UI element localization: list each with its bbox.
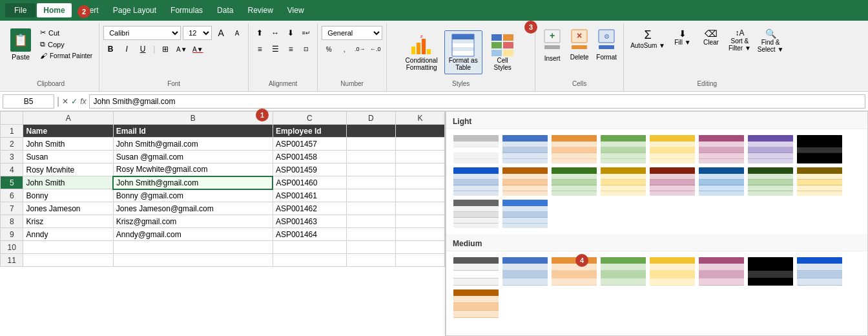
cell-d5[interactable] [346,176,395,189]
cell-c11[interactable] [273,254,346,267]
paste-button[interactable]: 📋 Paste [6,26,35,79]
cell-b11[interactable] [113,254,273,267]
border-button[interactable]: ⊞ [158,42,172,56]
table-row[interactable]: 11 [1,254,445,267]
cut-button[interactable]: ✂ Cut [37,27,95,38]
cell-k4[interactable] [395,163,444,176]
delete-button[interactable]: × Delete [566,26,592,63]
fat-thumb-fat-medium-grid-5[interactable] [698,257,745,286]
table-row[interactable]: 6BonnyBonny @gmail.comASP001461 [1,189,445,202]
cancel-formula-icon[interactable]: ✕ [62,97,68,106]
cell-a8[interactable]: Krisz [23,215,113,228]
cell-k10[interactable] [395,241,444,254]
table-row[interactable]: 9AnndyAnndy@gmail.comASP001464 [1,228,445,241]
font-grow-button[interactable]: A [214,26,228,40]
cell-d10[interactable] [346,241,395,254]
cell-d3[interactable] [346,151,395,163]
table-row[interactable]: 1NameEmail IdEmployee Id [1,125,445,138]
cell-b4[interactable]: Rosy Mcwhite@gmail.com [113,163,273,176]
align-left-button[interactable]: ≡ [253,42,267,56]
align-center-button[interactable]: ☰ [268,42,282,56]
cell-b8[interactable]: Krisz@gmail.com [113,215,273,228]
cell-styles-button[interactable]: CellStyles [485,31,521,74]
sort-filter-button[interactable]: ↕A Sort &Filter ▼ [726,26,754,54]
align-bottom-button[interactable]: ⬇ [284,26,298,40]
cell-d8[interactable] [346,215,395,228]
cell-c1[interactable]: Employee Id [273,125,346,138]
cell-c5[interactable]: ASP001460 [273,176,346,189]
cell-d11[interactable] [346,254,395,267]
autosum-button[interactable]: Σ AutoSum ▼ [628,26,668,52]
font-shrink-button[interactable]: A [230,26,244,40]
cell-a9[interactable]: Anndy [23,228,113,241]
cell-c9[interactable]: ASP001464 [273,228,346,241]
fat-thumb-fat-light-grid-9[interactable] [502,167,548,196]
clear-button[interactable]: ⌫ Clear [698,26,725,48]
table-row[interactable]: 3SusanSusan @gmail.comASP001458 [1,151,445,163]
cell-k8[interactable] [395,215,444,228]
cell-a4[interactable]: Rosy Mcwhite [23,163,113,176]
fat-thumb-fat-medium-grid-3[interactable] [600,257,646,286]
menu-home[interactable]: Home [37,3,71,17]
cell-c2[interactable]: ASP001457 [273,138,346,151]
fat-thumb-fat-medium-grid-1[interactable] [502,257,548,286]
menu-data[interactable]: Data [211,3,240,17]
formula-input[interactable] [89,94,866,109]
underline-button[interactable]: U [136,42,150,56]
fat-thumb-fat-light-grid-14[interactable] [747,167,794,196]
fill-color-button[interactable]: A▼ [174,42,189,56]
cell-k3[interactable] [395,151,444,163]
col-header-k[interactable]: K [395,112,444,125]
menu-formulas[interactable]: Formulas [164,3,209,17]
col-header-b[interactable]: B [113,112,273,125]
cell-c4[interactable]: ASP001459 [273,163,346,176]
col-header-d[interactable]: D [346,112,395,125]
font-color-button[interactable]: A▼ [191,42,205,56]
table-row[interactable]: 10 [1,241,445,254]
cell-k2[interactable] [395,138,444,151]
fat-thumb-fat-light-grid-15[interactable] [796,167,843,196]
fat-thumb-fat-light-grid-16[interactable] [453,199,499,229]
cell-k6[interactable] [395,189,444,202]
fat-thumb-fat-light-grid-13[interactable] [698,167,745,196]
fat-thumb-fat-medium-grid-6[interactable] [747,257,794,286]
cell-d9[interactable] [346,228,395,241]
cell-b5[interactable]: John Smith@gmail.com [113,176,273,189]
fat-thumb-fat-light-grid-1[interactable] [502,134,548,164]
cell-d7[interactable] [346,202,395,215]
font-family-select[interactable]: Calibri [103,26,181,40]
fat-thumb-fat-medium-grid-2[interactable] [551,257,597,286]
fat-thumb-fat-medium-grid-8[interactable] [453,289,499,319]
table-row[interactable]: 4Rosy McwhiteRosy Mcwhite@gmail.comASP00… [1,163,445,176]
cell-d4[interactable] [346,163,395,176]
col-header-a[interactable]: A [23,112,113,125]
fill-button[interactable]: ⬇ Fill ▼ [669,26,696,48]
copy-button[interactable]: ⧉ Copy [37,39,95,50]
fat-thumb-fat-light-grid-7[interactable] [796,134,843,164]
fat-thumb-fat-light-grid-17[interactable] [502,199,548,229]
find-select-button[interactable]: 🔍 Find &Select ▼ [755,26,786,56]
cell-a6[interactable]: Bonny [23,189,113,202]
table-row[interactable]: 2John SmithJohn Smith@gmail.comASP001457 [1,138,445,151]
cell-k1[interactable] [395,125,444,138]
cell-d6[interactable] [346,189,395,202]
cell-b9[interactable]: Anndy@gmail.com [113,228,273,241]
fat-thumb-fat-light-grid-10[interactable] [551,167,597,196]
cell-a2[interactable]: John Smith [23,138,113,151]
menu-page-layout[interactable]: Page Layout [107,3,163,17]
cell-b3[interactable]: Susan @gmail.com [113,151,273,163]
menu-view[interactable]: View [281,3,311,17]
conditional-formatting-button[interactable]: ≠ ConditionalFormatting [402,31,442,74]
cell-a10[interactable] [23,241,113,254]
fat-thumb-fat-light-grid-5[interactable] [698,134,745,164]
font-size-select[interactable]: 12 [183,26,212,40]
decrease-decimal-button[interactable]: ←.0 [368,42,382,56]
name-box[interactable] [3,94,54,109]
cell-b6[interactable]: Bonny @gmail.com [113,189,273,202]
table-row[interactable]: 8KriszKrisz@gmail.comASP001463 [1,215,445,228]
insert-button[interactable]: + Insert [539,26,565,65]
cell-a3[interactable]: Susan [23,151,113,163]
cell-b2[interactable]: John Smith@gmail.com [113,138,273,151]
align-right-button[interactable]: ≡ [284,42,298,56]
fat-thumb-fat-medium-grid-0[interactable] [453,257,499,286]
